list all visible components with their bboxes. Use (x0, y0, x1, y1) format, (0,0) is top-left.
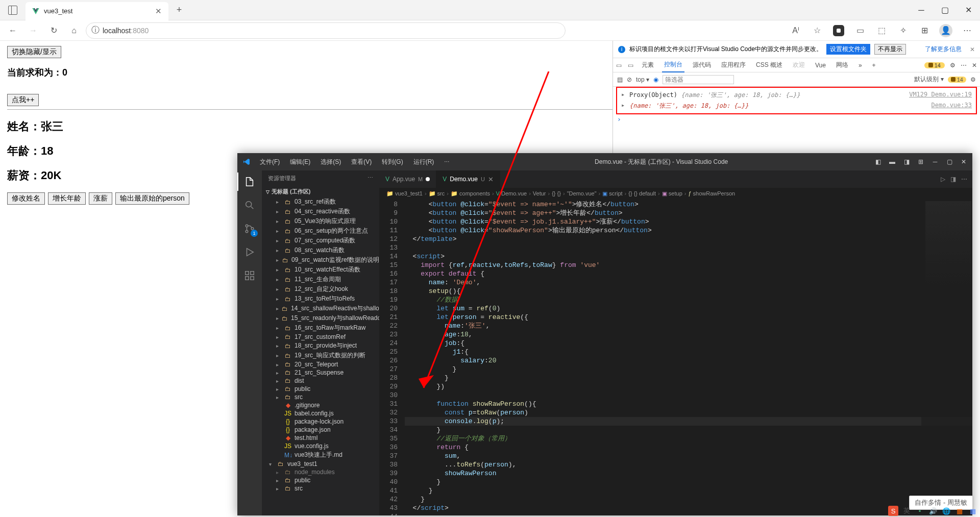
folder-item[interactable]: ▸🗀10_src_watchEffect函数 (262, 265, 379, 275)
code-editor[interactable]: 8910111213141516171819202122232425262728… (379, 199, 972, 515)
folder-item[interactable]: ▸🗀14_src_shallowReactive与shallowRef (262, 304, 379, 313)
network-icon[interactable]: 🌐 (941, 506, 951, 516)
browser-tab[interactable]: vue3_test ✕ (26, 2, 168, 20)
run-file-icon[interactable]: ▷ (941, 176, 945, 183)
menu-item[interactable]: ··· (440, 156, 453, 168)
folder-item[interactable]: ▾🗀vue3_test1 (262, 460, 379, 468)
layout-left-icon[interactable]: ◧ (873, 157, 883, 166)
ime-mode-icon[interactable]: 英 (901, 506, 912, 516)
issues-badge[interactable]: 14 (924, 62, 945, 68)
menu-item[interactable]: 转到(G) (378, 156, 407, 168)
folder-item[interactable]: ▸🗀node_modules (262, 468, 379, 476)
window-maximize-icon[interactable]: ▢ (933, 0, 957, 20)
folder-item[interactable]: ▸🗀21_src_Suspense (262, 368, 379, 377)
increase-age-button[interactable]: 增长年龄 (48, 192, 86, 205)
folder-item[interactable]: ▸🗀15_src_readonly与shallowReadonly (262, 313, 379, 323)
tab-css-overview[interactable]: CSS 概述 (754, 58, 785, 72)
toggle-button[interactable]: 切换隐藏/显示 (7, 46, 61, 58)
nav-home-icon[interactable]: ⌂ (65, 22, 83, 39)
collections-icon[interactable]: ▭ (851, 22, 869, 39)
output-raw-button[interactable]: 输出最原始的person (115, 192, 189, 205)
inspect-icon[interactable]: ▭ (616, 62, 622, 69)
file-item[interactable]: ◆.gitignore (262, 401, 379, 409)
folder-item[interactable]: ▸🗀18_src_provide与inject (262, 341, 379, 351)
tab-console[interactable]: 控制台 (662, 58, 684, 72)
folder-item[interactable]: ▸🗀src (262, 393, 379, 401)
speaker-icon[interactable]: 🔊 (928, 506, 938, 516)
folder-item[interactable]: ▸🗀13_src_toRef与toRefs (262, 294, 379, 304)
tray-app-icon[interactable]: ▦ (954, 506, 965, 516)
folder-item[interactable]: ▸🗀08_src_watch函数 (262, 245, 379, 255)
folder-item[interactable]: ▸🗀04_src_reactive函数 (262, 207, 379, 216)
site-info-icon[interactable]: ⓘ (91, 25, 100, 36)
file-item[interactable]: JSbabel.config.js (262, 409, 379, 417)
devtools-settings-icon[interactable]: ⚙ (950, 62, 955, 69)
nav-refresh-icon[interactable]: ↻ (45, 22, 62, 39)
console-prompt[interactable]: › (613, 114, 980, 124)
modify-name-button[interactable]: 修改姓名 (7, 192, 45, 205)
folder-item[interactable]: ▸🗀07_src_computed函数 (262, 236, 379, 245)
file-item[interactable]: {}package.json (262, 426, 379, 434)
favorites-bar-icon[interactable]: ✧ (894, 22, 912, 39)
folder-item[interactable]: ▸🗀06_src_setup的两个注意点 (262, 226, 379, 236)
folder-item[interactable]: ▸🗀03_src_ref函数 (262, 197, 379, 207)
favorite-icon[interactable]: ☆ (808, 22, 826, 39)
menu-item[interactable]: 编辑(E) (286, 156, 314, 168)
reading-list-icon[interactable]: ⊞ (916, 22, 933, 39)
console-settings-icon[interactable]: ⚙ (970, 76, 976, 83)
raise-salary-button[interactable]: 涨薪 (89, 192, 112, 205)
eye-icon[interactable]: ◉ (653, 76, 658, 83)
file-item[interactable]: JSvue.config.js (262, 442, 379, 450)
folder-item[interactable]: ▸🗀12_src_自定义hook (262, 284, 379, 294)
devtools-close-icon[interactable]: ✕ (972, 62, 977, 69)
read-aloud-icon[interactable]: Aᴵ (787, 22, 804, 39)
folder-item[interactable]: ▸🗀public (262, 476, 379, 484)
issues-chip[interactable]: 14 (948, 77, 966, 83)
tab-more[interactable]: » (856, 58, 864, 72)
editor-tab[interactable]: VApp.vue M (379, 170, 436, 188)
vscode-maximize-icon[interactable]: ▢ (945, 157, 954, 166)
minimap[interactable] (921, 199, 972, 515)
console-sidebar-icon[interactable]: ▤ (617, 76, 623, 83)
dont-show-button[interactable]: 不再显示 (874, 44, 906, 55)
explorer-icon[interactable] (242, 175, 257, 189)
tab-close-icon[interactable]: ✕ (154, 7, 162, 15)
layout-customize-icon[interactable]: ⊞ (916, 157, 925, 166)
folder-item[interactable]: ▸🗀11_src_生命周期 (262, 275, 379, 284)
file-item[interactable]: ◆test.html (262, 434, 379, 442)
nav-back-icon[interactable]: ← (4, 22, 21, 39)
folder-item[interactable]: ▸🗀src (262, 484, 379, 493)
profile-avatar[interactable]: 👤 (937, 22, 954, 39)
set-root-folder-button[interactable]: 设置根文件夹 (826, 44, 870, 55)
folder-item[interactable]: ▸🗀public (262, 385, 379, 393)
console-line[interactable]: ▸ Proxy(Object) {name: '张三', age: 18, jo… (617, 90, 976, 101)
tab-welcome[interactable]: 欢迎 (791, 58, 807, 72)
split-editor-icon[interactable]: ◨ (950, 176, 956, 183)
folder-item[interactable]: ▸🗀09_src_watch监视ref数据的说明 (262, 255, 379, 265)
layout-bottom-icon[interactable]: ▬ (888, 157, 897, 166)
increment-button[interactable]: 点我++ (7, 94, 39, 106)
folder-item[interactable]: ▸🗀19_src_响应式数据的判断 (262, 351, 379, 360)
tab-vue[interactable]: Vue (813, 58, 828, 72)
breadcrumb[interactable]: 📁 vue3_test1›📁 src›📁 components›V Demo.v… (379, 188, 972, 199)
device-icon[interactable]: ▭ (628, 62, 633, 69)
console-clear-icon[interactable]: ⊘ (627, 76, 632, 83)
source-link[interactable]: Demo.vue:33 (932, 102, 972, 110)
notif-close-icon[interactable]: ✕ (970, 46, 975, 53)
source-control-icon[interactable]: 1 (242, 221, 257, 236)
extensions-menu-icon[interactable]: ⬚ (873, 22, 890, 39)
settings-menu-icon[interactable]: ⋯ (959, 22, 976, 39)
menu-item[interactable]: 文件(F) (256, 156, 284, 168)
menu-item[interactable]: 选择(S) (316, 156, 345, 168)
tab-strip-icon[interactable] (0, 6, 26, 15)
tab-application[interactable]: 应用程序 (719, 58, 748, 72)
url-bar[interactable]: ⓘ localhost:8080 (86, 22, 566, 39)
folder-item[interactable]: ▸🗀05_Vue3的响应式原理 (262, 216, 379, 226)
source-link[interactable]: VM129 Demo.vue:19 (909, 91, 972, 100)
sidebar-more-icon[interactable]: ⋯ (368, 175, 373, 182)
folder-item[interactable]: ▸🗀20_src_Teleport (262, 360, 379, 368)
learn-more-link[interactable]: 了解更多信息 (925, 45, 962, 54)
window-minimize-icon[interactable]: ─ (910, 0, 933, 20)
new-tab-button[interactable]: + (172, 5, 187, 15)
devtools-menu-icon[interactable]: ⋯ (961, 62, 967, 69)
